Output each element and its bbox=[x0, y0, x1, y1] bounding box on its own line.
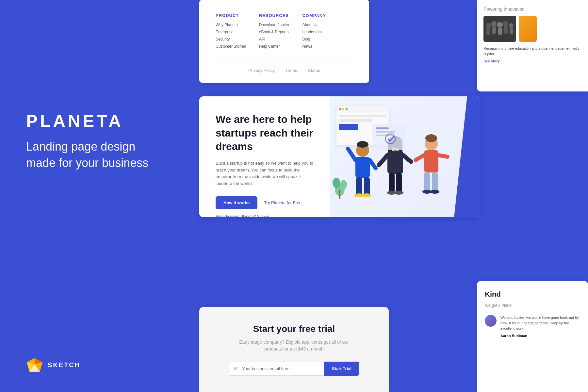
see-story-link[interactable]: See story bbox=[477, 59, 588, 63]
powering-story-text: Reimagining online education and student… bbox=[477, 46, 588, 57]
kind-title: Kind bbox=[485, 290, 580, 299]
trial-card: Start your free trial Early stage compan… bbox=[199, 307, 389, 392]
hero-text: Build a startup is not easy so we want t… bbox=[216, 160, 314, 187]
svg-line-25 bbox=[403, 155, 411, 162]
svg-rect-15 bbox=[356, 177, 362, 195]
svg-rect-23 bbox=[387, 151, 403, 174]
nav-item-security[interactable]: Security bbox=[216, 37, 246, 41]
svg-rect-12 bbox=[355, 157, 370, 178]
svg-line-33 bbox=[416, 155, 424, 160]
svg-rect-40 bbox=[376, 127, 389, 129]
svg-rect-16 bbox=[364, 177, 370, 195]
svg-line-34 bbox=[438, 155, 448, 157]
brand-content: PLANETA Landing page design made for you… bbox=[26, 20, 176, 172]
testimonial-box: Without Jupiter, we would have gone bank… bbox=[485, 315, 580, 338]
signin-link[interactable]: Sign in. bbox=[257, 214, 270, 217]
svg-rect-9 bbox=[339, 189, 340, 199]
nav-item-blog[interactable]: Blog bbox=[302, 37, 326, 41]
powering-card: Powering innovation bbox=[477, 0, 588, 91]
svg-point-37 bbox=[422, 190, 432, 194]
testimonial-author: Aaron Budiman bbox=[500, 334, 580, 338]
hero-illustration bbox=[330, 96, 480, 217]
hero-signin: Already using Planeta? Sign in. bbox=[216, 214, 314, 217]
nav-col-resources: RESOURCES Download Jupiter eBook & Repor… bbox=[259, 13, 289, 51]
testimonial-avatar bbox=[485, 315, 497, 327]
people-illustration bbox=[330, 96, 480, 217]
nav-item-download-jupiter[interactable]: Download Jupiter bbox=[259, 23, 289, 27]
svg-rect-50 bbox=[498, 28, 502, 35]
svg-rect-42 bbox=[376, 135, 392, 136]
nav-item-about[interactable]: About Us bbox=[302, 23, 326, 27]
sketch-badge: SKETCH bbox=[26, 357, 176, 372]
svg-point-51 bbox=[503, 21, 508, 26]
nav-col-company: COMPANY About Us Leadership Blog News bbox=[302, 13, 326, 51]
svg-point-53 bbox=[509, 23, 514, 28]
left-panel: PLANETA Landing page design made for you… bbox=[0, 0, 196, 392]
nav-col-company-title: COMPANY bbox=[302, 13, 326, 18]
svg-point-18 bbox=[362, 193, 371, 197]
svg-point-11 bbox=[357, 141, 368, 148]
nav-item-ebook[interactable]: eBook & Reports bbox=[259, 30, 289, 34]
svg-rect-36 bbox=[432, 172, 438, 192]
trial-input-wrapper bbox=[229, 362, 324, 376]
nav-col-product-title: PRODUCT bbox=[216, 13, 246, 18]
svg-point-17 bbox=[354, 193, 364, 197]
hero-buttons: How it works Try Planeta for Free bbox=[216, 196, 314, 209]
svg-line-14 bbox=[370, 160, 376, 168]
testimonial-text: Without Jupiter, we would have gone bank… bbox=[500, 315, 580, 331]
svg-rect-46 bbox=[486, 28, 490, 35]
nav-item-leadership[interactable]: Leadership bbox=[302, 30, 326, 34]
orange-image bbox=[519, 16, 537, 42]
brand-subtitle: Landing page design made for your busine… bbox=[26, 139, 163, 172]
svg-line-24 bbox=[379, 155, 387, 165]
svg-line-13 bbox=[348, 149, 355, 160]
nav-col-resources-title: RESOURCES bbox=[259, 13, 289, 18]
brand-title: PLANETA bbox=[26, 111, 176, 131]
testimonial-content: Without Jupiter, we would have gone bank… bbox=[500, 315, 580, 338]
trial-title: Start your free trial bbox=[253, 324, 335, 334]
svg-rect-48 bbox=[492, 26, 496, 34]
how-it-works-button[interactable]: How it works bbox=[216, 196, 257, 209]
nav-item-customer-stories[interactable]: Customer Stories bbox=[216, 44, 246, 49]
sketch-label: SKETCH bbox=[48, 361, 80, 369]
trial-email-input[interactable] bbox=[229, 362, 324, 376]
svg-rect-52 bbox=[504, 26, 508, 34]
svg-point-49 bbox=[497, 22, 503, 28]
right-panel: PRODUCT Why Planeta Enterprise Security … bbox=[196, 0, 588, 392]
footer-nav-card: PRODUCT Why Planeta Enterprise Security … bbox=[199, 0, 369, 83]
crowd-svg bbox=[483, 16, 516, 42]
sketch-icon bbox=[26, 357, 43, 372]
hero-card: We are here to help startups reach their… bbox=[199, 96, 480, 217]
hero-content: We are here to help startups reach their… bbox=[199, 96, 330, 217]
svg-point-29 bbox=[394, 191, 403, 195]
trial-form: Start Trial bbox=[229, 362, 359, 376]
crowd-image bbox=[483, 16, 516, 42]
nav-item-help-center[interactable]: Help Center bbox=[259, 44, 289, 49]
svg-point-38 bbox=[430, 190, 439, 194]
trial-subtitle: Early stage company? Eligible applicants… bbox=[238, 339, 350, 352]
svg-rect-26 bbox=[389, 173, 395, 193]
nav-item-enterprise[interactable]: Enterprise bbox=[216, 30, 246, 34]
signin-text: Already using Planeta? bbox=[216, 214, 256, 217]
status-link[interactable]: Status bbox=[308, 68, 320, 73]
nav-item-why-planeta[interactable]: Why Planeta bbox=[216, 23, 246, 27]
svg-rect-32 bbox=[424, 150, 438, 172]
svg-rect-41 bbox=[376, 131, 395, 133]
kind-card: Kind We got o Plane Without Jupiter, we … bbox=[477, 281, 588, 392]
powering-images bbox=[477, 16, 588, 42]
svg-point-8 bbox=[340, 180, 347, 189]
nav-columns: PRODUCT Why Planeta Enterprise Security … bbox=[216, 13, 353, 51]
kind-desc: We got o Plane bbox=[485, 302, 580, 308]
nav-item-news[interactable]: News bbox=[302, 44, 326, 49]
svg-point-47 bbox=[491, 21, 497, 26]
privacy-policy-link[interactable]: Privacy Policy. bbox=[248, 68, 276, 73]
svg-rect-54 bbox=[510, 28, 513, 34]
svg-rect-27 bbox=[396, 173, 402, 193]
svg-point-7 bbox=[333, 178, 340, 188]
nav-item-api[interactable]: API bbox=[259, 37, 289, 41]
terms-link[interactable]: Terms. bbox=[286, 68, 298, 73]
try-planeta-button[interactable]: Try Planeta for Free bbox=[264, 200, 302, 205]
start-trial-button[interactable]: Start Trial bbox=[324, 362, 359, 376]
nav-col-product: PRODUCT Why Planeta Enterprise Security … bbox=[216, 13, 246, 51]
powering-header: Powering innovation bbox=[477, 0, 588, 16]
